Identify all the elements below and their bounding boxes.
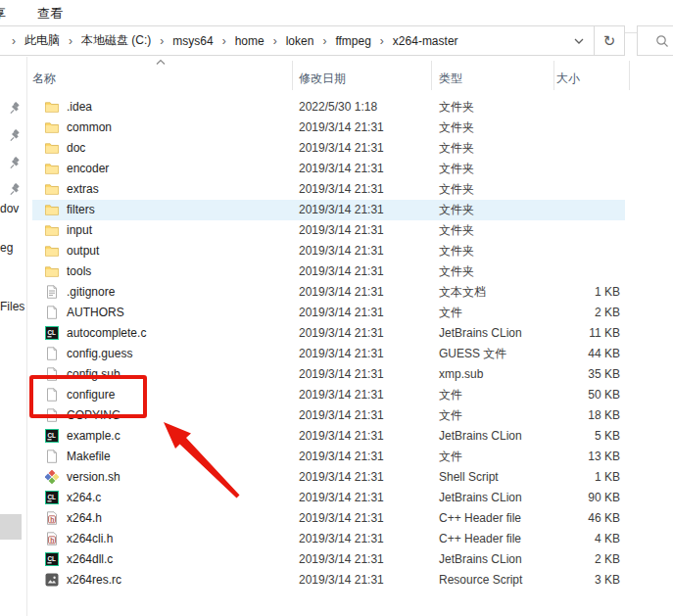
breadcrumb-separator-icon: › xyxy=(153,34,170,48)
sidebar-item-fragment[interactable]: Files xyxy=(0,300,24,313)
folder-row[interactable]: extras2019/3/14 21:31文件夹 xyxy=(27,179,673,200)
pin-icon[interactable] xyxy=(8,157,22,170)
column-separator[interactable] xyxy=(431,61,432,90)
breadcrumb-item-ffmpeg[interactable]: ffmpeg xyxy=(333,34,372,48)
column-header-name[interactable]: 名称 xyxy=(32,71,56,87)
column-header-size[interactable]: 大小 xyxy=(556,71,580,87)
date-modified: 2019/3/14 21:31 xyxy=(299,162,384,176)
folder-row[interactable]: common2019/3/14 21:31文件夹 xyxy=(27,118,673,138)
svg-text:CL: CL xyxy=(47,432,56,439)
breadcrumb: ›此电脑›本地磁盘 (C:)›msys64›home›loken›ffmpeg›… xyxy=(0,32,564,49)
file-row[interactable]: CLx264.c2019/3/14 21:31JetBrains CLion90… xyxy=(27,488,673,508)
file-type: JetBrains CLion xyxy=(439,429,522,444)
date-modified: 2019/3/14 21:31 xyxy=(299,306,384,320)
breadcrumb-item-home[interactable]: home xyxy=(233,34,266,48)
sort-ascending-icon xyxy=(155,59,167,66)
file-type: 文件夹 xyxy=(439,141,474,156)
file-row[interactable]: .gitignore2019/3/14 21:31文本文档1 KB xyxy=(27,282,673,303)
svg-text:CL: CL xyxy=(47,494,56,500)
file-type: Shell Script xyxy=(439,470,499,485)
column-separator[interactable] xyxy=(629,61,630,90)
pin-icon[interactable] xyxy=(8,183,22,197)
file-type: 文件 xyxy=(439,306,462,320)
folder-icon xyxy=(45,223,59,237)
folder-row[interactable]: input2019/3/14 21:31文件夹 xyxy=(27,220,673,241)
date-modified: 2019/3/14 21:31 xyxy=(299,388,384,403)
svg-text:CL: CL xyxy=(47,329,56,336)
file-row[interactable]: CLx264dll.c2019/3/14 21:31JetBrains CLio… xyxy=(27,549,673,570)
file-type: 文件夹 xyxy=(439,120,474,135)
folder-row[interactable]: filters2019/3/14 21:31文件夹 xyxy=(27,200,673,220)
column-separator[interactable] xyxy=(292,61,293,90)
file-row[interactable]: AUTHORS2019/3/14 21:31文件2 KB xyxy=(27,303,673,323)
tab-share[interactable]: 享 xyxy=(0,5,6,23)
file-row[interactable]: hx264.h2019/3/14 21:31C++ Header file46 … xyxy=(27,508,673,529)
date-modified: 2019/3/14 21:31 xyxy=(299,203,384,217)
file-name: doc xyxy=(67,141,85,156)
date-modified: 2019/3/14 21:31 xyxy=(299,326,384,341)
generic-file-icon xyxy=(45,306,59,319)
file-name: x264dll.c xyxy=(67,552,113,567)
folder-icon xyxy=(45,100,59,114)
file-name: extras xyxy=(67,182,99,197)
date-modified: 2019/3/14 21:31 xyxy=(299,408,384,423)
file-row[interactable]: hx264cli.h2019/3/14 21:31C++ Header file… xyxy=(27,529,673,549)
file-type: 文件夹 xyxy=(439,100,474,115)
file-row[interactable]: Makefile2019/3/14 21:31文件13 KB xyxy=(27,447,673,467)
breadcrumb-item-this-pc[interactable]: 此电脑 xyxy=(23,32,62,49)
column-header-date[interactable]: 修改日期 xyxy=(299,71,346,87)
folder-row[interactable]: output2019/3/14 21:31文件夹 xyxy=(27,241,673,261)
file-type: C++ Header file xyxy=(439,511,521,526)
folder-icon xyxy=(45,162,59,175)
file-row[interactable]: CLexample.c2019/3/14 21:31JetBrains CLio… xyxy=(27,426,673,447)
file-name: input xyxy=(67,223,92,238)
file-row[interactable]: config.guess2019/3/14 21:31GUESS 文件44 KB xyxy=(27,344,673,364)
file-name: .gitignore xyxy=(67,285,115,300)
file-row[interactable]: CLautocomplete.c2019/3/14 21:31JetBrains… xyxy=(27,323,673,344)
address-bar[interactable]: ›此电脑›本地磁盘 (C:)›msys64›home›loken›ffmpeg›… xyxy=(0,25,625,56)
pin-icon[interactable] xyxy=(8,102,22,116)
search-box[interactable] xyxy=(637,25,673,56)
file-row[interactable]: x264res.rc2019/3/14 21:31Resource Script… xyxy=(27,570,673,591)
file-type: 文件夹 xyxy=(439,223,474,238)
folder-row[interactable]: tools2019/3/14 21:31文件夹 xyxy=(27,261,673,282)
breadcrumb-item-msys64[interactable]: msys64 xyxy=(170,34,215,48)
file-row[interactable]: config.sub2019/3/14 21:31xmp.sub35 KB xyxy=(27,364,673,385)
file-type: 文件夹 xyxy=(439,162,474,176)
sidebar-item-fragment[interactable]: dov xyxy=(0,202,19,215)
date-modified: 2019/3/14 21:31 xyxy=(299,182,384,197)
file-row[interactable]: configure2019/3/14 21:31文件50 KB xyxy=(27,385,673,405)
file-size: 50 KB xyxy=(517,388,620,403)
date-modified: 2019/3/14 21:31 xyxy=(299,367,384,382)
cpp-header-icon: h xyxy=(45,532,59,545)
pin-icon[interactable] xyxy=(8,129,22,143)
column-header-type[interactable]: 类型 xyxy=(439,71,462,87)
file-name: .idea xyxy=(67,100,92,115)
date-modified: 2019/3/14 21:31 xyxy=(299,532,384,546)
date-modified: 2019/3/14 21:31 xyxy=(299,141,384,156)
file-row[interactable]: version.sh2019/3/14 21:31Shell Script1 K… xyxy=(27,467,673,488)
refresh-button[interactable]: ↻ xyxy=(595,26,624,55)
breadcrumb-separator-icon: › xyxy=(266,34,284,48)
file-size: 11 KB xyxy=(517,326,620,341)
generic-file-icon xyxy=(45,450,59,463)
file-type: 文件 xyxy=(439,408,462,423)
folder-row[interactable]: encoder2019/3/14 21:31文件夹 xyxy=(27,159,673,179)
address-dropdown-button[interactable] xyxy=(564,26,594,55)
file-name: Makefile xyxy=(67,450,111,464)
breadcrumb-item--c-[interactable]: 本地磁盘 (C:) xyxy=(79,32,153,49)
sidebar-item-fragment[interactable]: eg xyxy=(0,241,13,255)
file-size: 46 KB xyxy=(517,511,620,526)
folder-row[interactable]: .idea2022/5/30 1:18文件夹 xyxy=(27,97,673,118)
file-type: 文件夹 xyxy=(439,203,474,217)
file-type: 文件 xyxy=(439,388,462,403)
column-separator[interactable] xyxy=(553,61,554,90)
tab-view[interactable]: 查看 xyxy=(37,5,63,23)
clion-file-icon: CL xyxy=(45,326,59,340)
breadcrumb-separator-icon: › xyxy=(5,34,23,48)
folder-row[interactable]: doc2019/3/14 21:31文件夹 xyxy=(27,138,673,159)
breadcrumb-item-loken[interactable]: loken xyxy=(284,34,316,48)
breadcrumb-item-x264-master[interactable]: x264-master xyxy=(391,34,460,48)
file-size: 44 KB xyxy=(517,347,620,361)
file-row[interactable]: COPYING2019/3/14 21:31文件18 KB xyxy=(27,405,673,426)
